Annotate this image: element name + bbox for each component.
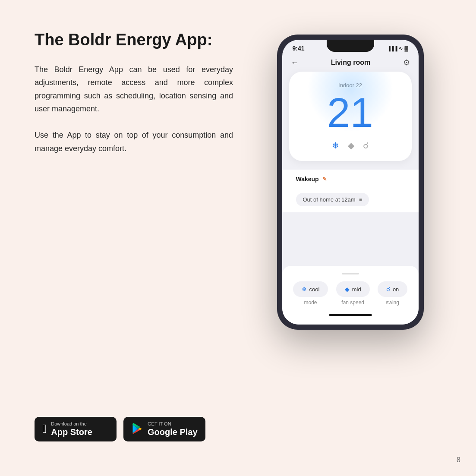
text-section: The Boldr Energy App: The Boldr Energy A…: [35, 30, 233, 417]
bottom-handle: [342, 273, 359, 274]
thermostat-card: Indoor 22 21 ❄ ◆ ☌: [289, 72, 412, 161]
schedule-label: Wakeup ✎: [296, 176, 327, 183]
swing-icon-thermostat: ☌: [363, 140, 369, 151]
cool-icon-thermostat: ❄: [332, 140, 339, 151]
mode-icon: ❄: [302, 286, 307, 293]
google-play-icon: [131, 423, 143, 435]
page-title: The Boldr Energy App:: [35, 30, 233, 50]
google-play-name: Google Play: [148, 427, 198, 437]
swing-pill[interactable]: ☌ on: [378, 281, 407, 297]
bottom-panel: ❄ cool mode ◆ mid fan speed: [282, 266, 419, 325]
google-play-text: GET IT ON Google Play: [148, 421, 198, 437]
apple-icon: : [42, 422, 47, 436]
app-store-subtitle: Download on the: [51, 421, 92, 427]
schedule-section: Wakeup ✎ Out of home at 12am ■: [282, 170, 419, 212]
mode-pill[interactable]: ❄ cool: [293, 281, 328, 297]
room-title: Living room: [331, 59, 371, 66]
google-play-button[interactable]: GET IT ON Google Play: [123, 417, 205, 441]
left-column: The Boldr Energy App: The Boldr Energy A…: [35, 30, 233, 450]
swing-sublabel: swing: [386, 299, 399, 306]
phone-screen: 9:41 ▐▐▐ ∿ ▓ ← Living room ⚙ Indo: [282, 40, 419, 325]
schedule-time-text: Out of home at 12am: [303, 196, 356, 203]
back-button[interactable]: ←: [291, 58, 299, 67]
calendar-icon: ■: [359, 197, 362, 203]
store-buttons-container:  Download on the App Store: [35, 417, 233, 450]
edit-icon[interactable]: ✎: [322, 176, 327, 182]
signal-icon: ▐▐▐: [387, 46, 397, 51]
control-buttons: ❄ cool mode ◆ mid fan speed: [289, 281, 412, 306]
mode-label: cool: [309, 286, 320, 293]
schedule-time-row: Out of home at 12am ■: [289, 189, 412, 212]
fan-icon-thermostat: ◆: [348, 140, 354, 151]
swing-icon: ☌: [386, 286, 390, 293]
indoor-label: Indoor 22: [298, 82, 403, 88]
fan-speed-control: ◆ mid fan speed: [336, 281, 370, 306]
schedule-time-pill[interactable]: Out of home at 12am ■: [296, 193, 369, 206]
settings-icon[interactable]: ⚙: [403, 58, 410, 67]
description-paragraph-1: The Boldr Energy App can be used for eve…: [35, 63, 233, 116]
fan-speed-pill[interactable]: ◆ mid: [336, 281, 370, 297]
phone-mockup: 9:41 ▐▐▐ ∿ ▓ ← Living room ⚙ Indo: [277, 35, 424, 330]
schedule-row: Wakeup ✎: [289, 170, 412, 189]
app-store-name: App Store: [51, 427, 92, 437]
status-time: 9:41: [293, 45, 305, 52]
home-bar: [329, 314, 372, 316]
app-store-button[interactable]:  Download on the App Store: [35, 417, 117, 441]
fan-icon: ◆: [345, 286, 350, 293]
google-play-subtitle: GET IT ON: [148, 421, 198, 427]
mode-sublabel: mode: [304, 299, 317, 306]
phone-header: ← Living room ⚙: [282, 54, 419, 72]
thermostat-section: Indoor 22 21 ❄ ◆ ☌: [282, 72, 419, 161]
home-bar-container: [289, 311, 412, 318]
phone-mockup-container: 9:41 ▐▐▐ ∿ ▓ ← Living room ⚙ Indo: [250, 30, 450, 450]
app-store-text: Download on the App Store: [51, 421, 92, 437]
swing-label: on: [393, 286, 399, 293]
fan-speed-label: mid: [352, 286, 361, 293]
status-icons: ▐▐▐ ∿ ▓: [387, 46, 408, 51]
page-number: 8: [457, 456, 460, 464]
battery-icon: ▓: [404, 46, 408, 51]
mode-control: ❄ cool mode: [293, 281, 328, 306]
description-paragraph-2: Use the App to stay on top of your consu…: [35, 129, 233, 155]
phone-notch: [327, 40, 374, 52]
swing-control: ☌ on swing: [378, 281, 407, 306]
temperature-display: 21: [298, 92, 403, 133]
wifi-icon: ∿: [399, 46, 403, 51]
fan-speed-sublabel: fan speed: [341, 299, 364, 306]
mode-icons: ❄ ◆ ☌: [298, 140, 403, 151]
